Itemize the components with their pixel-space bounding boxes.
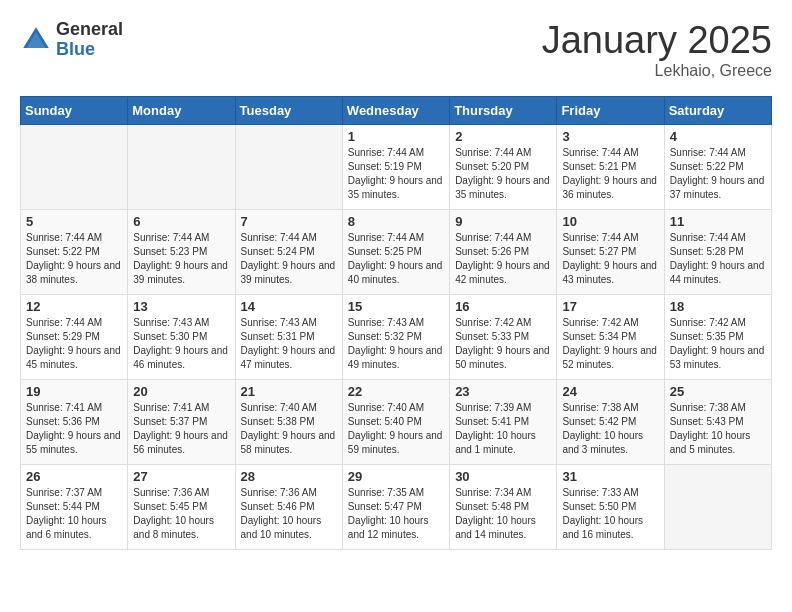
calendar-cell: 31Sunrise: 7:33 AM Sunset: 5:50 PM Dayli… — [557, 464, 664, 549]
day-info: Sunrise: 7:38 AM Sunset: 5:42 PM Dayligh… — [562, 401, 658, 457]
calendar-cell: 18Sunrise: 7:42 AM Sunset: 5:35 PM Dayli… — [664, 294, 771, 379]
calendar-cell: 16Sunrise: 7:42 AM Sunset: 5:33 PM Dayli… — [450, 294, 557, 379]
day-info: Sunrise: 7:42 AM Sunset: 5:35 PM Dayligh… — [670, 316, 766, 372]
weekday-header: Friday — [557, 96, 664, 124]
title-block: January 2025 Lekhaio, Greece — [542, 20, 772, 80]
calendar-cell: 9Sunrise: 7:44 AM Sunset: 5:26 PM Daylig… — [450, 209, 557, 294]
day-number: 21 — [241, 384, 337, 399]
day-info: Sunrise: 7:35 AM Sunset: 5:47 PM Dayligh… — [348, 486, 444, 542]
day-number: 17 — [562, 299, 658, 314]
day-info: Sunrise: 7:44 AM Sunset: 5:20 PM Dayligh… — [455, 146, 551, 202]
day-number: 22 — [348, 384, 444, 399]
day-info: Sunrise: 7:44 AM Sunset: 5:24 PM Dayligh… — [241, 231, 337, 287]
day-number: 26 — [26, 469, 122, 484]
calendar-cell: 28Sunrise: 7:36 AM Sunset: 5:46 PM Dayli… — [235, 464, 342, 549]
day-number: 30 — [455, 469, 551, 484]
day-info: Sunrise: 7:44 AM Sunset: 5:29 PM Dayligh… — [26, 316, 122, 372]
calendar-cell: 14Sunrise: 7:43 AM Sunset: 5:31 PM Dayli… — [235, 294, 342, 379]
calendar-cell — [21, 124, 128, 209]
day-info: Sunrise: 7:43 AM Sunset: 5:31 PM Dayligh… — [241, 316, 337, 372]
day-info: Sunrise: 7:33 AM Sunset: 5:50 PM Dayligh… — [562, 486, 658, 542]
weekday-header-row: SundayMondayTuesdayWednesdayThursdayFrid… — [21, 96, 772, 124]
calendar-cell: 30Sunrise: 7:34 AM Sunset: 5:48 PM Dayli… — [450, 464, 557, 549]
weekday-header: Thursday — [450, 96, 557, 124]
day-number: 2 — [455, 129, 551, 144]
day-info: Sunrise: 7:38 AM Sunset: 5:43 PM Dayligh… — [670, 401, 766, 457]
calendar-cell: 26Sunrise: 7:37 AM Sunset: 5:44 PM Dayli… — [21, 464, 128, 549]
day-info: Sunrise: 7:42 AM Sunset: 5:34 PM Dayligh… — [562, 316, 658, 372]
calendar-week-row: 5Sunrise: 7:44 AM Sunset: 5:22 PM Daylig… — [21, 209, 772, 294]
day-number: 15 — [348, 299, 444, 314]
day-number: 10 — [562, 214, 658, 229]
day-info: Sunrise: 7:42 AM Sunset: 5:33 PM Dayligh… — [455, 316, 551, 372]
calendar-cell: 24Sunrise: 7:38 AM Sunset: 5:42 PM Dayli… — [557, 379, 664, 464]
day-info: Sunrise: 7:41 AM Sunset: 5:36 PM Dayligh… — [26, 401, 122, 457]
logo-text: General Blue — [56, 20, 123, 60]
day-info: Sunrise: 7:44 AM Sunset: 5:22 PM Dayligh… — [26, 231, 122, 287]
calendar-cell: 25Sunrise: 7:38 AM Sunset: 5:43 PM Dayli… — [664, 379, 771, 464]
day-number: 27 — [133, 469, 229, 484]
day-info: Sunrise: 7:44 AM Sunset: 5:27 PM Dayligh… — [562, 231, 658, 287]
day-number: 16 — [455, 299, 551, 314]
calendar-cell — [128, 124, 235, 209]
calendar-week-row: 12Sunrise: 7:44 AM Sunset: 5:29 PM Dayli… — [21, 294, 772, 379]
calendar-cell: 12Sunrise: 7:44 AM Sunset: 5:29 PM Dayli… — [21, 294, 128, 379]
calendar-cell: 11Sunrise: 7:44 AM Sunset: 5:28 PM Dayli… — [664, 209, 771, 294]
day-info: Sunrise: 7:37 AM Sunset: 5:44 PM Dayligh… — [26, 486, 122, 542]
calendar-table: SundayMondayTuesdayWednesdayThursdayFrid… — [20, 96, 772, 550]
day-info: Sunrise: 7:36 AM Sunset: 5:45 PM Dayligh… — [133, 486, 229, 542]
day-number: 12 — [26, 299, 122, 314]
logo-blue: Blue — [56, 40, 123, 60]
day-number: 14 — [241, 299, 337, 314]
calendar-cell: 27Sunrise: 7:36 AM Sunset: 5:45 PM Dayli… — [128, 464, 235, 549]
day-number: 25 — [670, 384, 766, 399]
weekday-header: Tuesday — [235, 96, 342, 124]
calendar-cell: 8Sunrise: 7:44 AM Sunset: 5:25 PM Daylig… — [342, 209, 449, 294]
day-number: 28 — [241, 469, 337, 484]
day-number: 5 — [26, 214, 122, 229]
calendar-cell: 3Sunrise: 7:44 AM Sunset: 5:21 PM Daylig… — [557, 124, 664, 209]
logo: General Blue — [20, 20, 123, 60]
day-info: Sunrise: 7:36 AM Sunset: 5:46 PM Dayligh… — [241, 486, 337, 542]
calendar-cell: 29Sunrise: 7:35 AM Sunset: 5:47 PM Dayli… — [342, 464, 449, 549]
weekday-header: Sunday — [21, 96, 128, 124]
day-number: 7 — [241, 214, 337, 229]
day-info: Sunrise: 7:44 AM Sunset: 5:25 PM Dayligh… — [348, 231, 444, 287]
calendar-cell: 21Sunrise: 7:40 AM Sunset: 5:38 PM Dayli… — [235, 379, 342, 464]
calendar-cell — [235, 124, 342, 209]
day-number: 4 — [670, 129, 766, 144]
calendar-cell: 17Sunrise: 7:42 AM Sunset: 5:34 PM Dayli… — [557, 294, 664, 379]
calendar-cell: 1Sunrise: 7:44 AM Sunset: 5:19 PM Daylig… — [342, 124, 449, 209]
day-number: 1 — [348, 129, 444, 144]
logo-general: General — [56, 20, 123, 40]
day-number: 8 — [348, 214, 444, 229]
day-info: Sunrise: 7:34 AM Sunset: 5:48 PM Dayligh… — [455, 486, 551, 542]
calendar-cell: 13Sunrise: 7:43 AM Sunset: 5:30 PM Dayli… — [128, 294, 235, 379]
calendar-cell: 22Sunrise: 7:40 AM Sunset: 5:40 PM Dayli… — [342, 379, 449, 464]
calendar-week-row: 26Sunrise: 7:37 AM Sunset: 5:44 PM Dayli… — [21, 464, 772, 549]
calendar-cell: 4Sunrise: 7:44 AM Sunset: 5:22 PM Daylig… — [664, 124, 771, 209]
day-info: Sunrise: 7:39 AM Sunset: 5:41 PM Dayligh… — [455, 401, 551, 457]
calendar-cell: 19Sunrise: 7:41 AM Sunset: 5:36 PM Dayli… — [21, 379, 128, 464]
calendar-cell: 23Sunrise: 7:39 AM Sunset: 5:41 PM Dayli… — [450, 379, 557, 464]
day-info: Sunrise: 7:44 AM Sunset: 5:26 PM Dayligh… — [455, 231, 551, 287]
day-info: Sunrise: 7:44 AM Sunset: 5:19 PM Dayligh… — [348, 146, 444, 202]
page-header: General Blue January 2025 Lekhaio, Greec… — [20, 20, 772, 80]
day-info: Sunrise: 7:44 AM Sunset: 5:21 PM Dayligh… — [562, 146, 658, 202]
calendar-cell: 15Sunrise: 7:43 AM Sunset: 5:32 PM Dayli… — [342, 294, 449, 379]
weekday-header: Monday — [128, 96, 235, 124]
day-number: 6 — [133, 214, 229, 229]
day-info: Sunrise: 7:43 AM Sunset: 5:32 PM Dayligh… — [348, 316, 444, 372]
day-number: 19 — [26, 384, 122, 399]
day-info: Sunrise: 7:44 AM Sunset: 5:28 PM Dayligh… — [670, 231, 766, 287]
weekday-header: Saturday — [664, 96, 771, 124]
month-title: January 2025 — [542, 20, 772, 62]
calendar-week-row: 19Sunrise: 7:41 AM Sunset: 5:36 PM Dayli… — [21, 379, 772, 464]
day-number: 24 — [562, 384, 658, 399]
calendar-cell: 20Sunrise: 7:41 AM Sunset: 5:37 PM Dayli… — [128, 379, 235, 464]
weekday-header: Wednesday — [342, 96, 449, 124]
day-number: 23 — [455, 384, 551, 399]
day-number: 31 — [562, 469, 658, 484]
day-info: Sunrise: 7:40 AM Sunset: 5:40 PM Dayligh… — [348, 401, 444, 457]
calendar-cell: 5Sunrise: 7:44 AM Sunset: 5:22 PM Daylig… — [21, 209, 128, 294]
